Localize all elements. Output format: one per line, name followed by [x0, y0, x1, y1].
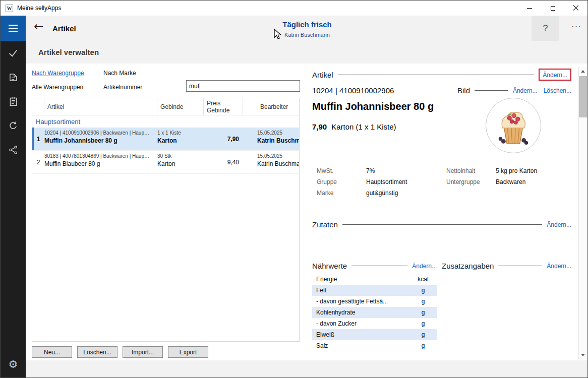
ingredients-title: Zutaten [312, 220, 338, 229]
table-row[interactable]: 2 30183 | 4007801304869 | Backwaren | Ha… [32, 151, 299, 174]
settings-button[interactable]: ⚙ [1, 354, 26, 374]
app-icon: W [6, 5, 13, 12]
field-label: Marke [317, 190, 333, 197]
article-number-label: Artikelnummer [103, 84, 142, 91]
new-button[interactable]: Neu... [32, 346, 72, 358]
row-date: 15.05.2025 [257, 130, 299, 136]
field-label: Nettoinhalt [446, 167, 475, 174]
row-number: 2 [32, 151, 44, 173]
minimize-icon [527, 8, 532, 9]
row-meta: 10204 | 4100910002906 | Backwaren | Haup… [44, 130, 157, 136]
nutrition-row: Salz g [312, 340, 437, 351]
article-section-title: Artikel [312, 71, 333, 79]
ingredients-change-link[interactable]: Ändern... [547, 221, 571, 228]
field-value: Backwaren [496, 178, 525, 185]
image-change-link[interactable]: Ändern... [513, 87, 538, 94]
minimize-button[interactable] [518, 1, 541, 16]
image-section-title: Bild [457, 86, 470, 95]
more-button[interactable]: ··· [571, 22, 581, 32]
clipboard-icon [8, 96, 19, 107]
field-value: Hauptsortiment [366, 178, 407, 185]
scroll-down-button[interactable] [579, 351, 587, 359]
delete-button[interactable]: Löschen... [77, 346, 117, 358]
image-delete-link[interactable]: Löschen... [544, 87, 571, 94]
nutrition-row: Eiweiß g [312, 329, 437, 340]
vertical-scrollbar[interactable] [578, 67, 587, 359]
header-article[interactable]: Artikel [44, 98, 157, 115]
article-price-unit: Karton (1 x 1 Kiste) [331, 122, 396, 131]
sidebar-item-sync[interactable] [1, 113, 26, 138]
article-search-input[interactable]: muf [186, 80, 300, 92]
nutrition-row: Fett g [312, 285, 437, 296]
article-change-highlight: Ändern... [539, 69, 571, 81]
article-price-row: 7,90 Karton (1 x 1 Kiste) [312, 122, 396, 131]
maximize-icon [551, 6, 555, 11]
filter-by-brand-link[interactable]: Nach Marke [103, 70, 136, 77]
menu-button[interactable] [1, 16, 26, 41]
close-button[interactable] [564, 1, 587, 16]
article-image [486, 98, 541, 153]
nutrition-row: Kohlenhydrate g [312, 307, 437, 318]
nutrition-table: Energie kcal Fett g - davon gesättigte F… [312, 274, 437, 351]
row-bundle-meta: 1 x 1 Kiste [157, 130, 204, 136]
nutrition-change-link[interactable]: Ändern... [412, 263, 437, 270]
additional-change-link[interactable]: Ändern... [547, 263, 571, 270]
main-content: Nach Warengruppe Nach Marke Alle Warengr… [26, 64, 578, 360]
check-icon [8, 47, 19, 58]
image-section-header: Bild Ändern... Löschen... [457, 86, 571, 95]
user-name: Katrin Buschmann [26, 32, 588, 38]
header-editor[interactable]: Bearbeiter [243, 98, 299, 115]
row-price: 7,90 [227, 136, 239, 143]
share-icon [8, 145, 19, 155]
book-icon [8, 72, 19, 83]
additional-title: Zusatzangaben [442, 262, 494, 270]
ingredients-section-header: Zutaten Ändern... [312, 220, 571, 229]
group-filter-value[interactable]: Alle Warengruppen [32, 84, 83, 91]
table-row[interactable]: 1 10204 | 4100910002906 | Backwaren | Ha… [32, 128, 299, 151]
export-button[interactable]: Export [168, 346, 208, 358]
nutrition-row: Energie kcal [312, 274, 437, 285]
row-bundle: Karton [157, 137, 204, 144]
sidebar-item-articles[interactable] [1, 89, 26, 113]
divider-line [342, 224, 542, 225]
help-icon: ? [543, 23, 548, 34]
field-value: gut&günstig [366, 190, 398, 197]
divider-line [475, 90, 508, 91]
nutrition-section-header: Nährwerte Ändern... [312, 262, 437, 270]
muffin-illustration [486, 98, 541, 153]
footer-strip [26, 360, 588, 378]
text-caret [200, 83, 200, 90]
help-button[interactable]: ? [532, 16, 559, 41]
sync-icon [8, 120, 19, 131]
more-icon: ··· [571, 22, 581, 31]
article-detail-panel: Artikel Ändern... 10204 | 4100910002906 … [312, 69, 571, 360]
field-label: MwSt. [317, 167, 333, 174]
field-value: 7% [366, 167, 375, 174]
article-name: Muffin Johannisbeer 80 g [312, 101, 434, 112]
row-bundle: Karton [157, 160, 204, 167]
maximize-button[interactable] [541, 1, 564, 16]
list-actions: Neu... Löschen... Import... Export [32, 346, 213, 358]
sidebar-item-share[interactable] [1, 138, 26, 162]
sidebar-item-tasks[interactable] [1, 41, 26, 65]
import-button[interactable]: Import... [123, 346, 163, 358]
close-icon [573, 5, 579, 11]
shop-name: Täglich frisch [26, 20, 588, 29]
divider-line [351, 266, 407, 266]
article-id: 10204 | 4100910002906 [312, 86, 394, 95]
header: ← Artikel Täglich frisch Katrin Buschman… [26, 16, 588, 64]
header-price[interactable]: Preis Gebinde [204, 98, 243, 115]
chevron-down-icon [581, 354, 585, 356]
header-bundle[interactable]: Gebinde [157, 98, 204, 115]
section-title: Artikel verwalten [38, 48, 99, 56]
filter-by-group-link[interactable]: Nach Warengruppe [32, 70, 84, 77]
scroll-up-button[interactable] [579, 67, 587, 76]
scrollbar-thumb[interactable] [579, 76, 587, 117]
group-header-row[interactable]: Hauptsortiment [32, 115, 299, 128]
window-controls [518, 1, 587, 16]
sidebar-item-catalog[interactable] [1, 65, 26, 89]
gear-icon: ⚙ [9, 359, 18, 370]
row-meta: 30183 | 4007801304869 | Backwaren | Haup… [44, 153, 157, 159]
search-input-value: muf [189, 83, 199, 90]
article-change-link[interactable]: Ändern... [543, 72, 567, 79]
